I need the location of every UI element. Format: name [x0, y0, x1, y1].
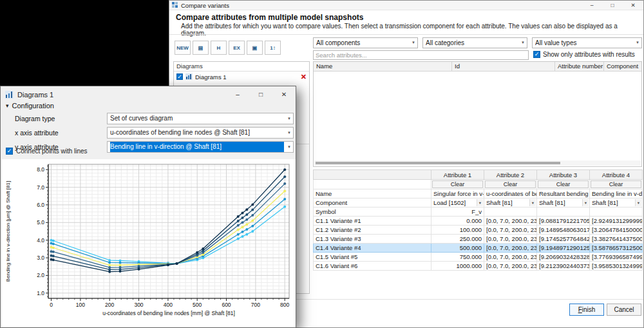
show-only-attributes-checkbox[interactable]: ✓ Show only attributes with results — [533, 51, 635, 58]
variant-label: C1.6 Variant #6 — [314, 262, 431, 271]
categories-filter-dropdown[interactable]: All categories ▼ — [422, 37, 527, 48]
chevron-down-icon: ▼ — [287, 142, 291, 152]
scrollbar-thumb[interactable] — [316, 162, 560, 164]
component-combo[interactable]: Shaft [81]▾ — [537, 198, 590, 207]
diagram-list-item[interactable]: ✓ Diagrams 1 ✕ — [174, 72, 309, 82]
clear-button[interactable]: Clear — [432, 180, 483, 188]
symbol-cell — [590, 207, 643, 217]
separator — [169, 34, 643, 35]
column-header-name[interactable]: Name — [314, 62, 452, 71]
export-excel-icon: EX — [233, 45, 240, 51]
component-combo[interactable]: Load [1502]▾ — [431, 198, 484, 207]
diagrams-window: Diagrams 1 – □ ✕ ▾ Configuration Diagram… — [0, 86, 296, 328]
clear-row: ClearClearClearClear — [314, 180, 643, 189]
chevron-down-icon: ▼ — [521, 38, 525, 48]
variant-row[interactable]: C1.3 Variante #3250.000[0.0, 7.0, 200.0,… — [314, 235, 643, 244]
attribute-name-cell: Bending line in v-dir... — [590, 189, 643, 198]
clear-button[interactable]: Clear — [485, 180, 536, 188]
close-button[interactable]: ✕ — [272, 86, 296, 102]
variant-value-cell: 0.000 — [431, 217, 484, 226]
import-snapshot-button[interactable]: ▤ — [193, 41, 209, 55]
variant-value-cell: [0.0, 7.0, 200.0, 236.0... — [484, 244, 537, 253]
diagram-type-combo[interactable]: Set of curves diagram ▼ — [107, 113, 294, 124]
symbol-cell — [484, 207, 537, 217]
search-input[interactable] — [313, 50, 529, 60]
clear-button[interactable]: Clear — [591, 180, 641, 188]
attribute-column-header[interactable]: Attribute 4 — [590, 170, 643, 180]
attribute-column-header[interactable]: Attribute 3 — [537, 170, 590, 180]
variant-value-cell: [0.0, 7.0, 200.0, 236.0,... — [484, 217, 537, 226]
delete-diagram-button[interactable]: ✕ — [301, 73, 307, 81]
duplicate-button[interactable]: ▣ — [247, 41, 263, 55]
maximize-button[interactable]: □ — [602, 1, 623, 10]
variant-row[interactable]: C1.4 Variante #4500.000[0.0, 7.0, 200.0,… — [314, 244, 643, 253]
x-axis-attribute-combo[interactable]: u-coordinates of bending line nodes @ Sh… — [107, 127, 294, 139]
cancel-button[interactable]: Cancel — [607, 304, 641, 316]
components-filter-dropdown[interactable]: All components ▼ — [313, 37, 418, 48]
diagrams-titlebar[interactable]: Diagrams 1 – □ ✕ — [1, 86, 296, 102]
finish-button[interactable]: Finish — [569, 304, 604, 316]
svg-text:8.0: 8.0 — [37, 166, 44, 173]
value-types-filter-dropdown[interactable]: All value types ▼ — [532, 37, 642, 48]
symbol-row: SymbolF_v — [314, 207, 643, 217]
diagram-checkbox[interactable]: ✓ — [176, 73, 183, 80]
svg-text:500: 500 — [193, 302, 202, 308]
checkbox-checked-icon[interactable]: ✓ — [533, 51, 540, 58]
svg-text:1.0: 1.0 — [37, 290, 44, 296]
x-axis-attribute-label: x axis attribute — [15, 129, 59, 137]
variant-value-cell: [0.0, 7.0, 200.0, 236.0... — [484, 253, 537, 262]
new-snapshot-icon: NEW — [176, 45, 189, 51]
sort-button[interactable]: 1↕ — [265, 41, 281, 55]
variant-value-cell: [3.5878657312500044... — [590, 244, 643, 253]
maximize-button[interactable]: □ — [249, 86, 272, 102]
attribute-column-header[interactable]: Attribute 1 — [431, 170, 484, 180]
attribute-column-header[interactable]: Attribute 2 — [484, 170, 537, 180]
chevron-down-icon: ▼ — [287, 128, 291, 138]
diagram-window-icon — [5, 91, 14, 99]
close-button[interactable]: ✕ — [623, 1, 643, 10]
diagram-item-label: Diagrams 1 — [195, 73, 227, 81]
minimize-button[interactable]: – — [582, 1, 602, 10]
variant-row[interactable]: C1.1 Variante #10.000[0.0, 7.0, 200.0, 2… — [314, 217, 643, 226]
variant-row[interactable]: C1.5 Variant #5750.000[0.0, 7.0, 200.0, … — [314, 253, 643, 262]
svg-text:4.0: 4.0 — [37, 237, 44, 244]
diagram-type-label: Diagram type — [15, 115, 55, 122]
variant-row[interactable]: C1.6 Variant #61000.000[0.0, 7.0, 200.0,… — [314, 262, 643, 271]
minimize-button[interactable]: – — [226, 86, 249, 102]
variant-value-cell: [0.0, 7.0, 200.0, 236.0... — [484, 262, 537, 271]
attributes-table: Name Id Attribute number Component — [313, 61, 642, 167]
horizontal-scrollbar[interactable] — [314, 160, 641, 166]
column-header-component[interactable]: Component — [604, 62, 641, 71]
checkbox-checked-icon[interactable]: ✓ — [6, 148, 13, 155]
variant-value-cell: 250.000 — [431, 235, 484, 244]
chevron-down-icon: ▾ — [635, 199, 641, 206]
variant-value-cell: 750.000 — [431, 253, 484, 262]
attribute-name-cell: Singular force in v-d... — [431, 189, 484, 198]
y-axis-attribute-combo[interactable]: Bending line in v-direction @ Shaft [81]… — [107, 141, 294, 153]
collapse-arrow-icon: ▾ — [6, 102, 9, 109]
variant-value-cell: [3.2064784150000003... — [590, 226, 643, 235]
column-header-id[interactable]: Id — [452, 62, 555, 71]
chevron-down-icon: ▾ — [477, 199, 483, 206]
compare-titlebar[interactable]: Compare variants – □ ✕ — [169, 1, 643, 10]
component-combo[interactable]: Shaft [81]▾ — [590, 198, 643, 207]
page-title: Compare attributes from multiple model s… — [176, 13, 363, 22]
variant-value-cell: [9.174525776484256, ... — [537, 235, 590, 244]
diagrams-panel-header: Diagrams — [174, 62, 309, 72]
variant-row[interactable]: C1.2 Variante #2100.000[0.0, 7.0, 200.0,… — [314, 226, 643, 235]
export-html-button[interactable]: H — [211, 41, 227, 55]
new-snapshot-button[interactable]: NEW — [175, 41, 191, 55]
export-excel-button[interactable]: EX — [229, 41, 245, 55]
variant-value-cell: [3.3827641437500007... — [590, 235, 643, 244]
connect-points-checkbox[interactable]: ✓ Connect points with lines — [6, 148, 88, 155]
values-header-row: Attribute 1Attribute 2Attribute 3Attribu… — [314, 170, 643, 180]
clear-button[interactable]: Clear — [538, 180, 589, 188]
configuration-section-toggle[interactable]: ▾ Configuration — [6, 102, 54, 110]
symbol-cell: F_v — [431, 207, 484, 217]
row-label: Component — [314, 198, 431, 207]
svg-text:Bending line in v-direction [μ: Bending line in v-direction [μm] @ Shaft… — [5, 181, 11, 282]
symbol-cell — [537, 207, 590, 217]
component-combo[interactable]: Shaft [81]▾ — [484, 198, 537, 207]
column-header-attribute-number[interactable]: Attribute number — [555, 62, 604, 71]
attributes-table-header: Name Id Attribute number Component — [314, 62, 641, 72]
